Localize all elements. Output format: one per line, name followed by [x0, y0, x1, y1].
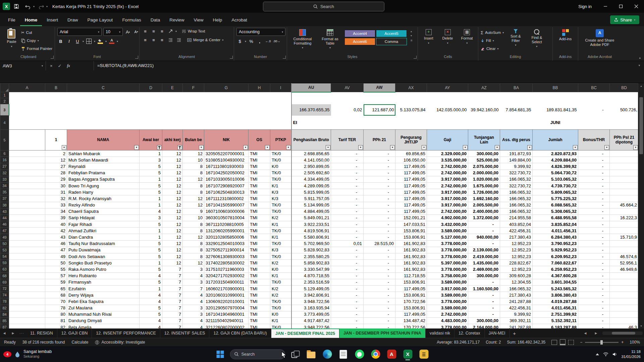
cell-BC50[interactable]: - [578, 240, 610, 247]
cell-F63[interactable]: 3 [183, 266, 204, 273]
cell-H47[interactable]: TMI [249, 228, 270, 234]
cell-H27[interactable]: TMI [249, 163, 270, 170]
cell-BA37[interactable]: 166.065,32 [500, 195, 533, 202]
row-header-85[interactable]: 85 [0, 317, 9, 324]
cell-D87[interactable]: 4 [140, 324, 162, 328]
cell-H1[interactable] [249, 92, 270, 98]
cell-H74[interactable]: TMI [249, 292, 270, 298]
cell-E27[interactable]: 12 [162, 163, 183, 170]
cell-AZ6[interactable]: 300.000,00 [468, 150, 500, 157]
cell-E72[interactable]: 7 [162, 285, 183, 292]
cell-AW74[interactable]: - [364, 292, 395, 298]
cell-BC78[interactable]: - [578, 298, 610, 305]
cell-D34[interactable]: 5 [140, 182, 162, 189]
comma-style-icon[interactable]: , [256, 38, 263, 45]
cell-E2[interactable] [162, 98, 183, 104]
cell-AW43[interactable]: - [364, 208, 395, 215]
cell-BC16[interactable]: - [578, 157, 610, 163]
cell-AV46[interactable]: - [331, 221, 364, 228]
undo-dropdown-icon[interactable]: ▾ [33, 5, 35, 8]
cell-AY34[interactable]: 2.742.000,00 [427, 182, 468, 189]
cell-A69[interactable] [9, 279, 45, 285]
cell-B4[interactable] [45, 116, 67, 130]
cell-AV63[interactable]: - [331, 266, 364, 273]
cell-AX44[interactable]: 152.091,21 [395, 215, 427, 221]
accessibility-status[interactable]: Accessibility: Investigate [95, 340, 145, 345]
ribbon-tab-data[interactable]: Data [146, 14, 165, 26]
row-header-16[interactable]: 16 [0, 157, 9, 163]
cell-AV68[interactable]: - [331, 273, 364, 279]
cell-BA3[interactable]: 7.854.681,35 [500, 104, 533, 116]
cell-BD50[interactable] [610, 240, 639, 247]
cell-A16[interactable] [9, 157, 45, 163]
cell-C34[interactable]: Bowo Tri Agung [67, 182, 140, 189]
cell-H49[interactable]: TMI [249, 234, 270, 240]
cell-G34[interactable]: 1671072908920007 [204, 182, 249, 189]
cell-AV4[interactable] [331, 116, 364, 130]
column-header-F[interactable]: F [183, 83, 204, 92]
cell-BB2[interactable] [533, 98, 578, 104]
cell-AX87[interactable]: 170.722,56 [395, 324, 427, 328]
cell-AZ72[interactable]: 1.160.500,00 [468, 285, 500, 292]
cell-BC84[interactable]: - [578, 311, 610, 317]
cell-BA54[interactable]: 12.952,23 [500, 253, 533, 260]
cell-AW27[interactable]: - [364, 163, 395, 170]
cell-BD27[interactable] [610, 163, 639, 170]
cell-C16[interactable]: Muh Sofian Mawardi [67, 157, 140, 163]
chrome-icon[interactable] [369, 348, 382, 361]
cell-AY63[interactable]: 3.778.000,00 [427, 266, 468, 273]
cell-A35[interactable] [9, 189, 45, 195]
row-header-54[interactable]: 54 [0, 253, 9, 260]
cell-BD46[interactable] [610, 221, 639, 228]
cell-AW68[interactable]: - [364, 273, 395, 279]
cell-B44[interactable]: 39 [45, 215, 67, 221]
cell-I27[interactable]: K/0 [270, 163, 291, 170]
orientation-icon[interactable] [167, 28, 174, 35]
cell-AV85[interactable]: - [331, 317, 364, 324]
cell-BB49[interactable]: 6.284.380,43 [533, 234, 578, 240]
cell-G2[interactable] [204, 98, 249, 104]
cell-A6[interactable] [9, 150, 45, 157]
cell-I74[interactable]: K/2 [270, 292, 291, 298]
cell-BB72[interactable]: 5.243.565,32 [533, 285, 578, 292]
cell-I87[interactable]: TK/0 [270, 324, 291, 328]
cell-AV47[interactable]: - [331, 228, 364, 234]
formula-input[interactable]: =SUBTOTAL(9;AW6:AW221) [94, 61, 635, 83]
cell-AW35[interactable]: - [364, 189, 395, 195]
cell-D32[interactable]: 5 [140, 170, 162, 176]
cell-G87[interactable]: 3212260807000002 [204, 324, 249, 328]
cell-AY49[interactable]: 5.127.000,00 [427, 234, 468, 240]
cell-AW84[interactable]: - [364, 311, 395, 317]
column-header-AU[interactable]: AU [291, 83, 331, 92]
cell-BD47[interactable] [610, 228, 639, 234]
cell-D74[interactable]: 4 [140, 292, 162, 298]
cell-E50[interactable]: 12 [162, 240, 183, 247]
cell-AW54[interactable]: - [364, 253, 395, 260]
cell-G49[interactable]: 3201102805850006 [204, 234, 249, 240]
cell-H59[interactable]: TMI [249, 260, 270, 266]
cell-AV74[interactable]: - [331, 292, 364, 298]
cell-BC1[interactable] [578, 92, 610, 98]
ribbon-tab-page-layout[interactable]: Page Layout [83, 14, 118, 26]
cell-A34[interactable] [9, 182, 45, 189]
column-header-AZ[interactable]: AZ [468, 83, 500, 92]
cell-AW85[interactable]: - [364, 317, 395, 324]
cell-BA74[interactable]: 217.380,43 [500, 292, 533, 298]
cell-F87[interactable]: 4 [183, 324, 204, 328]
cell-AX84[interactable]: 117.499,05 [395, 311, 427, 317]
cell-A32[interactable] [9, 170, 45, 176]
cell-E59[interactable]: 12 [162, 260, 183, 266]
cell-I1[interactable] [270, 92, 291, 98]
style-accent4[interactable]: Accent4 [344, 30, 375, 37]
cell-AX63[interactable]: 161.902,83 [395, 266, 427, 273]
delete-cells-button[interactable]: × Delete▾ [439, 28, 456, 45]
cell-BB6[interactable]: 2.820.872,93 [533, 150, 578, 157]
cell-B35[interactable]: 31 [45, 189, 67, 195]
cell-BC46[interactable]: - [578, 221, 610, 228]
cell-G35[interactable]: 1671062504830013 [204, 189, 249, 195]
filter-button-AZ[interactable]: ▾ [495, 145, 499, 150]
column-header-G[interactable]: G [204, 83, 249, 92]
cell-G59[interactable]: 3174022805830002 [204, 260, 249, 266]
cell-B37[interactable]: 32 [45, 195, 67, 202]
cell-E69[interactable]: 7 [162, 279, 183, 285]
